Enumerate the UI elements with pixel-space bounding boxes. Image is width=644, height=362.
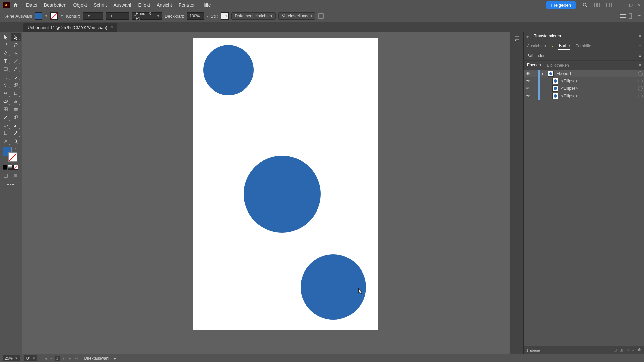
- panel-menu-icon[interactable]: ≡: [638, 14, 641, 19]
- type-tool[interactable]: T: [1, 57, 11, 65]
- expand-layer-icon[interactable]: ▾: [542, 72, 546, 76]
- menu-fenster[interactable]: Fenster: [175, 0, 198, 10]
- screen-mode-full[interactable]: [11, 172, 21, 180]
- sublayer-name[interactable]: <Ellipse>: [560, 94, 637, 98]
- column-graph-tool[interactable]: [11, 121, 21, 129]
- brush-dropdown[interactable]: ▼: [106, 12, 129, 20]
- panel-menu-icon[interactable]: ≡: [639, 63, 641, 68]
- direct-selection-tool[interactable]: [11, 33, 21, 41]
- target-icon[interactable]: [638, 86, 643, 91]
- locate-object-icon[interactable]: ⬚: [613, 348, 617, 353]
- mesh-tool[interactable]: [1, 105, 11, 113]
- layer-row[interactable]: 👁 ▾ Ebene 1: [524, 70, 644, 77]
- share-button[interactable]: Freigeben: [546, 1, 576, 9]
- zoom-tool[interactable]: [11, 137, 21, 145]
- target-icon[interactable]: [638, 79, 643, 83]
- close-tab-icon[interactable]: ×: [111, 25, 113, 30]
- layers-tab[interactable]: Ebenen: [526, 61, 541, 69]
- scale-tool[interactable]: [11, 81, 21, 89]
- window-maximize[interactable]: ▢: [627, 2, 635, 8]
- edit-toolbar-icon[interactable]: [629, 13, 635, 19]
- opacity-input[interactable]: 100%: [187, 12, 204, 20]
- ellipse-shape[interactable]: [203, 45, 254, 95]
- status-flyout-icon[interactable]: ▸: [114, 356, 116, 361]
- gradient-tool[interactable]: [11, 105, 21, 113]
- curvature-tool[interactable]: [11, 49, 21, 57]
- color-mode-gradient[interactable]: [8, 165, 13, 170]
- sublayer-row[interactable]: 👁 <Ellipse>: [524, 77, 644, 85]
- sublayer-name[interactable]: <Ellipse>: [560, 79, 637, 83]
- hand-tool[interactable]: [1, 137, 11, 145]
- canvas[interactable]: [22, 32, 510, 354]
- search-icon[interactable]: [581, 1, 589, 9]
- color-mode-none[interactable]: [13, 165, 18, 170]
- pen-tool[interactable]: [1, 49, 11, 57]
- pathfinder-tab[interactable]: Pathfinder: [526, 53, 545, 58]
- stroke-weight-dropdown[interactable]: ▼: [83, 12, 103, 20]
- window-minimize[interactable]: ─: [619, 2, 627, 8]
- zoom-dropdown[interactable]: 25%▼: [3, 355, 20, 361]
- menu-schrift[interactable]: Schrift: [90, 0, 110, 10]
- panel-menu-icon[interactable]: ≡: [639, 53, 641, 58]
- panel-menu-icon[interactable]: ≡: [639, 44, 641, 48]
- target-icon[interactable]: [638, 94, 643, 98]
- menu-objekt[interactable]: Objekt: [70, 0, 90, 10]
- comments-panel-icon[interactable]: [513, 35, 521, 42]
- screen-mode-normal[interactable]: [1, 172, 11, 180]
- align-tab[interactable]: Ausrichten: [526, 42, 547, 50]
- properties-panel-icon[interactable]: [620, 13, 626, 19]
- new-layer-icon[interactable]: ＋: [631, 348, 635, 353]
- eyedropper-tool[interactable]: [1, 113, 11, 121]
- window-close[interactable]: ✕: [635, 2, 643, 8]
- color-mode-solid[interactable]: [3, 165, 7, 170]
- sublayer-row[interactable]: 👁 <Ellipse>: [524, 92, 644, 100]
- artboard[interactable]: [193, 38, 378, 330]
- selection-tool[interactable]: [1, 33, 11, 41]
- blend-tool[interactable]: [11, 113, 21, 121]
- visibility-toggle-icon[interactable]: 👁: [525, 86, 531, 91]
- width-tool[interactable]: [1, 89, 11, 97]
- prev-artboard-icon[interactable]: ◂: [49, 356, 54, 361]
- artboard-tool[interactable]: [1, 129, 11, 137]
- next-artboard-icon[interactable]: ▸: [68, 356, 72, 361]
- style-dropdown[interactable]: ▼: [221, 12, 229, 20]
- document-setup-button[interactable]: Dokument einrichten: [231, 12, 276, 20]
- line-tool[interactable]: [11, 57, 21, 65]
- stroke-swatch[interactable]: [50, 12, 58, 20]
- magic-wand-tool[interactable]: [1, 41, 11, 49]
- delete-layer-icon[interactable]: 🗑: [638, 348, 641, 353]
- artboard-number[interactable]: 1: [55, 356, 60, 361]
- stroke-color[interactable]: [8, 152, 17, 162]
- rotate-tool[interactable]: [1, 81, 11, 89]
- preferences-button[interactable]: Voreinstellungen: [278, 12, 316, 20]
- swap-fill-stroke-icon[interactable]: ⤺: [15, 146, 18, 150]
- visibility-toggle-icon[interactable]: 👁: [525, 71, 531, 76]
- edit-toolbar-button[interactable]: •••: [1, 180, 21, 188]
- target-icon[interactable]: [638, 71, 643, 76]
- ellipse-shape[interactable]: [301, 254, 366, 320]
- rotation-dropdown[interactable]: 0°▼: [24, 355, 37, 361]
- ellipse-shape[interactable]: [244, 156, 321, 233]
- home-icon[interactable]: [12, 1, 19, 9]
- menu-bearbeiten[interactable]: Bearbeiten: [41, 0, 70, 10]
- link-icon[interactable]: ⟐: [526, 34, 529, 39]
- eraser-tool[interactable]: [11, 73, 21, 81]
- sublayer-row[interactable]: 👁 <Ellipse>: [524, 85, 644, 92]
- color-tab[interactable]: Farbe: [558, 42, 570, 50]
- symbol-sprayer-tool[interactable]: [1, 121, 11, 129]
- colorguide-tab[interactable]: Farbhilfe: [575, 42, 592, 50]
- create-sublayer-icon[interactable]: ⊞: [626, 348, 629, 353]
- workspace-icon[interactable]: [605, 1, 613, 9]
- slice-tool[interactable]: [11, 129, 21, 137]
- first-artboard-icon[interactable]: I◂: [42, 356, 48, 361]
- clipping-mask-icon[interactable]: ◫: [620, 348, 623, 353]
- opacity-flyout[interactable]: ›: [207, 14, 208, 19]
- sublayer-name[interactable]: <Ellipse>: [560, 86, 637, 91]
- free-transform-tool[interactable]: [11, 89, 21, 97]
- last-artboard-icon[interactable]: ▸I: [73, 356, 79, 361]
- align-to-icon[interactable]: [318, 13, 324, 19]
- transform-tab[interactable]: Transformieren: [533, 32, 562, 40]
- menu-effekt[interactable]: Effekt: [135, 0, 153, 10]
- libraries-tab[interactable]: Bibliotheken: [546, 62, 569, 69]
- menu-hilfe[interactable]: Hilfe: [198, 0, 214, 10]
